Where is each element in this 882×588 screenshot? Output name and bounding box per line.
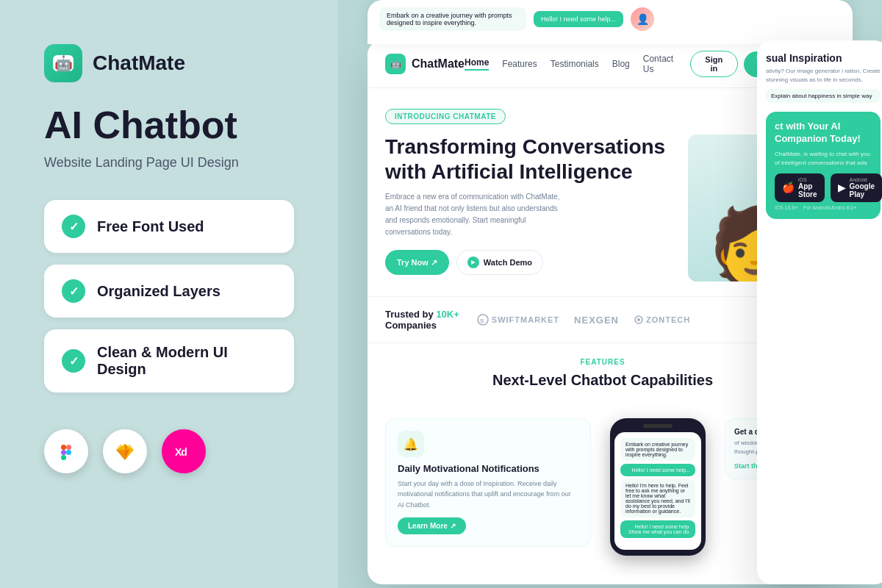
feature-card-title: Daily Motivational Notifications xyxy=(398,463,578,474)
feature-card-icon: 🔔 xyxy=(398,431,424,457)
user-avatar-top: 👤 xyxy=(631,7,654,31)
play-icon: ▶ xyxy=(467,257,479,268)
chat-msg-1: Embark on creative journey with prompts … xyxy=(620,438,695,461)
feature-label-organized-layers: Organized Layers xyxy=(97,283,220,300)
nav-logo-icon: 🤖 xyxy=(385,54,406,74)
chat-msg-4: Hello! I need some help. Show me what yo… xyxy=(620,520,695,538)
top-partial-card: Embark on a creative journey with prompt… xyxy=(368,0,853,44)
features-title: Next-Level Chatbot Capabilities xyxy=(385,372,820,389)
visual-inspiration: sual Inspiration ativity? Our image gene… xyxy=(766,52,881,103)
nav-link-home[interactable]: Home xyxy=(465,57,489,71)
watch-demo-button[interactable]: ▶ Watch Demo xyxy=(456,250,543,275)
check-icon-organized-layers: ✓ xyxy=(62,279,85,303)
chatmate-logo-icon xyxy=(44,44,82,82)
hero-text: Transforming Conversations with Artifici… xyxy=(385,135,673,275)
app-store-text: iOS App Store xyxy=(798,177,817,198)
company-logos: S SwiftMarket NexGen ZonTech xyxy=(477,314,690,326)
feature-item-free-font: ✓ Free Font Used xyxy=(44,200,294,253)
try-now-button[interactable]: Try Now ↗ xyxy=(385,250,449,275)
tool-icons: Xd xyxy=(44,429,294,473)
feature-label-clean-ui: Clean & Modern UI Design xyxy=(97,344,276,378)
apple-icon: 🍎 xyxy=(782,182,795,193)
phone-screen: Embark on creative journey with prompts … xyxy=(614,432,701,550)
nav-link-blog[interactable]: Blog xyxy=(612,59,630,69)
svg-rect-2 xyxy=(61,450,66,455)
top-bubble-1: Embark on a creative journey with prompt… xyxy=(379,7,526,31)
visual-desc: ativity? Our image generator i ration. C… xyxy=(766,67,881,85)
nav-logo: 🤖 ChatMate xyxy=(385,54,465,74)
feature-item-organized-layers: ✓ Organized Layers xyxy=(44,265,294,318)
top-bubble-2: Hello! I need some help... xyxy=(534,11,623,27)
trusted-text: Trusted by 10K+ Companies xyxy=(385,309,459,331)
android-icon: ▶ xyxy=(838,182,846,193)
chat-msg-2: Hello! I need some help... xyxy=(620,464,695,476)
svg-rect-1 xyxy=(66,445,71,450)
connect-title: ct with Your AI Companion Today! xyxy=(775,121,872,146)
swiftmarket-logo: S SwiftMarket xyxy=(477,314,559,326)
right-panel: Embark on a creative journey with prompt… xyxy=(338,0,882,588)
features-badge: FEATURES xyxy=(385,358,820,366)
main-title: AI Chatbot xyxy=(44,104,294,146)
hero-buttons: Try Now ↗ ▶ Watch Demo xyxy=(385,250,673,275)
nav-link-features[interactable]: Features xyxy=(502,59,537,69)
visual-chat-bubble: Explain about happiness in simple way xyxy=(766,89,881,103)
app-badges: 🍎 iOS App Store ▶ Android Google Play xyxy=(775,173,872,202)
hero-title: Transforming Conversations with Artifici… xyxy=(385,135,673,184)
sketch-icon xyxy=(103,429,147,473)
google-play-badge[interactable]: ▶ Android Google Play xyxy=(831,173,882,202)
side-panel-content: sual Inspiration ativity? Our image gene… xyxy=(757,40,882,240)
nav-link-testimonials[interactable]: Testimonials xyxy=(551,59,599,69)
feature-card-desc: Start your day with a dose of Inspiratio… xyxy=(398,478,578,510)
figma-icon xyxy=(44,429,88,473)
svg-text:Xd: Xd xyxy=(175,446,187,458)
svg-point-14 xyxy=(637,318,640,321)
phone-notch xyxy=(643,424,673,428)
brand-logo-area: ChatMate xyxy=(44,44,294,82)
app-store-badge[interactable]: 🍎 iOS App Store xyxy=(775,173,825,202)
xd-icon: Xd xyxy=(162,429,206,473)
platform-versions: iOS 15.6+ For Android Andro 8.0+ xyxy=(775,205,872,210)
nav-link-contact[interactable]: Contact Us xyxy=(643,54,678,74)
visual-title: sual Inspiration xyxy=(766,52,881,64)
nexgen-logo: NexGen xyxy=(574,315,619,326)
feature-label-free-font: Free Font Used xyxy=(97,218,204,235)
left-panel: ChatMate AI Chatbot Website Landing Page… xyxy=(0,0,338,588)
side-preview-card: sual Inspiration ativity? Our image gene… xyxy=(757,40,882,584)
phone-mockup-area: Embark on creative journey with prompts … xyxy=(603,418,713,556)
connect-section: ct with Your AI Companion Today! ChatMat… xyxy=(766,112,881,219)
subtitle: Website Landing Page UI Design xyxy=(44,155,294,171)
google-play-text: Android Google Play xyxy=(850,177,875,198)
hero-description: Embrace a new era of communication with … xyxy=(385,191,562,238)
svg-rect-0 xyxy=(61,445,66,450)
svg-rect-3 xyxy=(61,455,66,460)
svg-point-4 xyxy=(66,450,71,455)
svg-text:S: S xyxy=(480,318,484,324)
signin-button[interactable]: Sign in xyxy=(690,51,738,77)
brand-name: ChatMate xyxy=(93,51,185,75)
zontech-logo: ZonTech xyxy=(634,315,690,325)
connect-desc: ChatMate, is waiting to chat with you of… xyxy=(775,150,872,168)
feature-item-clean-ui: ✓ Clean & Modern UI Design xyxy=(44,329,294,392)
check-icon-free-font: ✓ xyxy=(62,215,85,238)
nav-links: Home Features Testimonials Blog Contact … xyxy=(465,54,678,74)
check-icon-clean-ui: ✓ xyxy=(62,349,85,373)
introducing-badge: INTRODUCING CHATMATE xyxy=(385,109,506,124)
nav-brand: ChatMate xyxy=(412,57,465,71)
daily-motivation-card: 🔔 Daily Motivational Notifications Start… xyxy=(385,418,591,547)
hero-content: Transforming Conversations with Artifici… xyxy=(385,135,820,282)
feature-list: ✓ Free Font Used ✓ Organized Layers ✓ Cl… xyxy=(44,200,294,392)
phone-mockup: Embark on creative journey with prompts … xyxy=(610,418,706,556)
learn-more-button[interactable]: Learn More ↗ xyxy=(398,517,466,534)
chat-msg-3: Hello! I'm here to help. Feel free to as… xyxy=(620,479,695,517)
svg-marker-9 xyxy=(116,450,125,460)
